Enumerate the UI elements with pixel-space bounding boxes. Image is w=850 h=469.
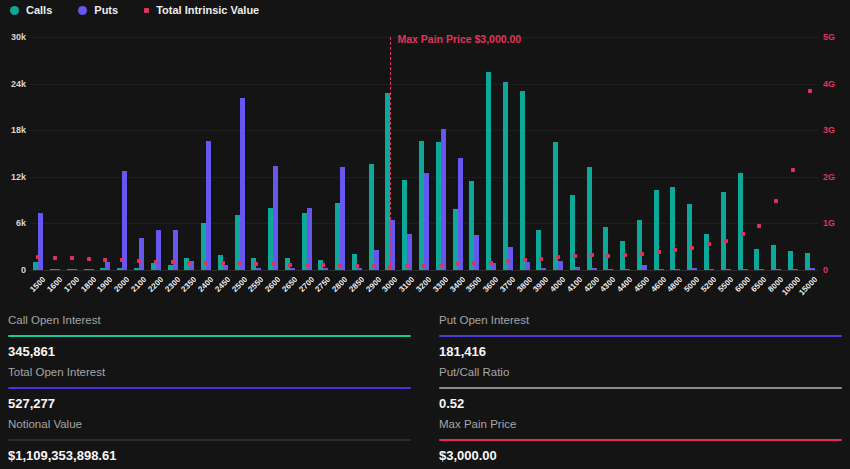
max-pain-line xyxy=(390,37,391,270)
x-axis-tick-5000: 5000 xyxy=(683,275,702,294)
x-axis-tick-3800: 3800 xyxy=(515,275,534,294)
puts-bar-2550 xyxy=(256,268,261,270)
right-axis-tick: 5G xyxy=(823,32,835,42)
intrinsic-value-dot-5000 xyxy=(690,246,694,250)
left-axis-tick: 12k xyxy=(0,172,26,182)
calls-bar-4500 xyxy=(637,220,642,270)
stat-put-call-ratio: Put/Call Ratio 0.52 xyxy=(439,366,842,418)
puts-bar-4300 xyxy=(608,269,613,270)
stat-value: $3,000.00 xyxy=(439,448,842,463)
intrinsic-value-dot-2200 xyxy=(154,260,158,264)
puts-bar-2200 xyxy=(156,230,161,270)
right-axis-tick: 4G xyxy=(823,79,835,89)
left-axis-tick: 18k xyxy=(0,125,26,135)
calls-bar-5500 xyxy=(721,192,726,270)
intrinsic-value-dot-3100 xyxy=(405,264,409,268)
stat-value: 0.52 xyxy=(439,396,842,411)
x-axis-tick-2550: 2550 xyxy=(247,275,266,294)
gridline xyxy=(30,84,818,85)
calls-bar-4100 xyxy=(570,195,575,270)
intrinsic-value-dot-3300 xyxy=(439,263,443,267)
intrinsic-value-dot-2100 xyxy=(137,259,141,263)
x-axis-tick-3100: 3100 xyxy=(398,275,417,294)
puts-bar-2650 xyxy=(290,268,295,270)
legend-item-total-intrinsic-value[interactable]: Total Intrinsic Value xyxy=(144,4,259,16)
intrinsic-value-dot-3200 xyxy=(422,264,426,268)
intrinsic-value-dot-4600 xyxy=(657,250,661,254)
x-axis-tick-3400: 3400 xyxy=(448,275,467,294)
x-axis-tick-2850: 2850 xyxy=(347,275,366,294)
calls-bar-8000 xyxy=(771,245,776,270)
x-axis-tick-3700: 3700 xyxy=(498,275,517,294)
legend-item-calls[interactable]: Calls xyxy=(10,4,52,16)
intrinsic-value-dot-2700 xyxy=(305,263,309,267)
left-axis-tick: 0 xyxy=(0,265,26,275)
legend-item-puts[interactable]: Puts xyxy=(78,4,118,16)
intrinsic-value-dot-2300 xyxy=(171,260,175,264)
x-axis-tick-2600: 2600 xyxy=(264,275,283,294)
left-axis-tick: 30k xyxy=(0,32,26,42)
intrinsic-value-dot-1600 xyxy=(53,256,57,260)
x-axis-tick-4200: 4200 xyxy=(582,275,601,294)
x-axis-tick-2450: 2450 xyxy=(213,275,232,294)
stat-accent-rule xyxy=(439,387,842,389)
chart-legend: Calls Puts Total Intrinsic Value xyxy=(10,4,259,16)
x-axis-tick-3600: 3600 xyxy=(481,275,500,294)
x-axis-tick-2800: 2800 xyxy=(331,275,350,294)
x-axis-tick-4500: 4500 xyxy=(632,275,651,294)
options-open-interest-dashboard: Calls Puts Total Intrinsic Value Max Pai… xyxy=(0,0,850,469)
stat-value: 345,861 xyxy=(8,344,411,359)
stat-accent-rule xyxy=(8,439,411,441)
puts-bar-4500 xyxy=(642,265,647,270)
intrinsic-value-dot-6500 xyxy=(757,224,761,228)
x-axis-tick-1700: 1700 xyxy=(62,275,81,294)
puts-bar-6000 xyxy=(743,269,748,270)
stat-accent-rule xyxy=(8,387,411,389)
stat-accent-rule xyxy=(439,335,842,337)
summary-stats-panel: Call Open Interest 345,861 Put Open Inte… xyxy=(0,306,850,469)
max-pain-label: Max Pain Price $3,000.00 xyxy=(397,33,521,45)
stat-total-open-interest: Total Open Interest 527,277 xyxy=(8,366,411,418)
stat-value: $1,109,353,898.61 xyxy=(8,448,411,463)
intrinsic-value-dot-2750 xyxy=(321,263,325,267)
intrinsic-value-dot-2000 xyxy=(120,258,124,262)
puts-bar-1800 xyxy=(89,269,94,270)
stat-label: Put Open Interest xyxy=(439,314,842,327)
stat-label: Notional Value xyxy=(8,418,411,431)
puts-bar-2450 xyxy=(223,265,228,270)
calls-bar-3900 xyxy=(536,230,541,270)
puts-bar-5500 xyxy=(726,269,731,270)
calls-bar-4300 xyxy=(603,227,608,270)
intrinsic-value-dot-2650 xyxy=(288,263,292,267)
x-axis-tick-4000: 4000 xyxy=(549,275,568,294)
intrinsic-value-dot-5200 xyxy=(707,242,711,246)
stat-call-open-interest: Call Open Interest 345,861 xyxy=(8,314,411,366)
x-axis-tick-2200: 2200 xyxy=(146,275,165,294)
x-axis-tick-6500: 6500 xyxy=(750,275,769,294)
calls-bar-4000 xyxy=(553,142,558,270)
stat-accent-rule xyxy=(439,439,842,441)
intrinsic-value-dot-3900 xyxy=(539,257,543,261)
stat-label: Call Open Interest xyxy=(8,314,411,327)
intrinsic-value-dot-2900 xyxy=(372,264,376,268)
puts-bar-3900 xyxy=(541,268,546,270)
right-axis-tick: 0 xyxy=(823,265,828,275)
stat-label: Total Open Interest xyxy=(8,366,411,379)
calls-bar-5000 xyxy=(687,204,692,270)
x-axis-tick-2750: 2750 xyxy=(314,275,333,294)
x-axis-tick-1500: 1500 xyxy=(29,275,48,294)
puts-bar-1900 xyxy=(105,262,110,270)
intrinsic-value-dot-2550 xyxy=(254,262,258,266)
puts-bar-2400 xyxy=(206,141,211,270)
calls-bar-6000 xyxy=(738,173,743,270)
left-axis-tick: 24k xyxy=(0,79,26,89)
puts-bar-2750 xyxy=(323,268,328,270)
x-axis-tick-2900: 2900 xyxy=(364,275,383,294)
x-axis-tick-1800: 1800 xyxy=(79,275,98,294)
intrinsic-value-dot-4500 xyxy=(640,252,644,256)
puts-bar-15000 xyxy=(810,268,815,270)
puts-bar-5000 xyxy=(692,268,697,270)
intrinsic-value-dot-2600 xyxy=(271,262,275,266)
x-axis-tick-4100: 4100 xyxy=(565,275,584,294)
calls-bar-3700 xyxy=(503,82,508,270)
